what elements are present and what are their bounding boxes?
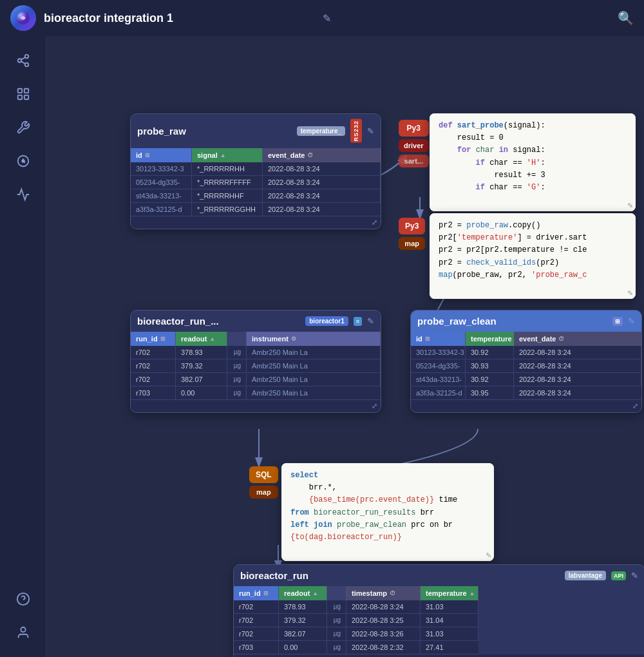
sidebar-item-share[interactable] <box>9 46 37 75</box>
bioreactor-run-table: bioreactor_run labvantage API ✎ run_id ⊞… <box>233 564 644 657</box>
table-cell: 30.93 <box>466 359 514 373</box>
table-cell: 379.32 <box>279 614 327 627</box>
table-cell: 30123-33342-3 <box>411 346 466 359</box>
brr-col-unit <box>227 332 247 346</box>
table-cell: 378.93 <box>279 600 327 614</box>
table-cell: Ambr250 Main La <box>247 346 381 359</box>
prc-expand-icon[interactable]: ⤢ <box>411 400 641 412</box>
table-cell: 30123-33342-3 <box>131 162 192 176</box>
table-cell: µg <box>227 386 247 400</box>
py3-map-code-content: pr2 = probe_raw.copy() pr2['temperature'… <box>430 213 636 288</box>
driver-label-badge: driver <box>399 139 429 152</box>
bioreactor-run-header: bioreactor_run labvantage API ✎ <box>234 565 644 586</box>
table-cell: r702 <box>131 346 176 359</box>
probe-raw-header: probe_raw temperature_ RS232 ✎ <box>131 114 381 148</box>
brr-col-readout: readout ▲ <box>176 332 227 346</box>
svg-point-11 <box>22 160 24 162</box>
table-cell: 379.32 <box>176 359 227 373</box>
sidebar-item-tools[interactable] <box>9 113 37 142</box>
page-title: bioreactor integration 1 <box>44 12 315 25</box>
labvantage-badge: labvantage <box>565 571 606 580</box>
py3-driver-code: def sart_probe(signal): result = 0 for c… <box>430 113 636 211</box>
bioreactor-run-results-edit-icon[interactable]: ✎ <box>367 316 374 326</box>
table-cell: a3f3a-32125-d <box>131 203 192 216</box>
sql-map-expand-icon[interactable]: ✎ <box>281 550 494 561</box>
topbar: bioreactor integration 1 ✎ 🔍 <box>0 0 644 36</box>
svg-rect-6 <box>17 89 21 93</box>
file-badge: ≡ <box>354 317 362 326</box>
br-col-runid: run_id ⊞ <box>234 586 279 600</box>
svg-line-4 <box>21 61 24 64</box>
table-cell: 2022-08-28 3:24 <box>346 600 421 614</box>
table-cell: Ambr250 Main La <box>247 373 381 386</box>
sql-map-node: SQL map <box>249 466 278 499</box>
py3-map-expand-icon[interactable]: ✎ <box>430 288 636 299</box>
table-cell: 0.00 <box>176 386 227 400</box>
table-cell: 2022-08-28 3:24 <box>263 189 381 203</box>
table-cell: 30.95 <box>466 386 514 400</box>
table-cell: 31.03 <box>421 600 478 614</box>
table-cell: r702 <box>234 627 279 641</box>
probe-raw-edit-icon[interactable]: ✎ <box>367 126 374 136</box>
table-cell: 31.04 <box>421 614 478 627</box>
svg-rect-9 <box>24 95 28 99</box>
table-cell: 382.07 <box>279 627 327 641</box>
table-cell: µg <box>327 600 346 614</box>
probe-raw-expand-icon[interactable]: ⤢ <box>131 216 381 229</box>
table-cell: 2022-08-28 3:24 <box>263 176 381 189</box>
table-cell: 2022-08-28 3:24 <box>514 386 641 400</box>
py3-map-badge: Py3 <box>399 218 425 234</box>
table-cell: µg <box>327 627 346 641</box>
bioreactor-run-title: bioreactor_run <box>240 570 560 581</box>
bioreactor-run-edit-icon[interactable]: ✎ <box>631 571 638 580</box>
sql-map-code: select brr.*, {base_time(prc.event_date)… <box>281 463 494 561</box>
table-cell: 2022-08-28 3:24 <box>514 359 641 373</box>
prc-col-id: id ⊞ <box>411 332 466 346</box>
br-expand-icon[interactable]: ⤢ <box>234 654 644 657</box>
py3-driver-expand-icon[interactable]: ✎ <box>430 200 636 211</box>
table-cell: µg <box>227 359 247 373</box>
search-icon[interactable]: 🔍 <box>618 10 634 26</box>
sidebar-item-chart[interactable] <box>9 180 37 209</box>
probe-raw-table: probe_raw temperature_ RS232 ✎ id ⊞ sign… <box>130 113 381 229</box>
brr-col-runid: run_id ⊞ <box>131 332 176 346</box>
br-col-readout: readout ▲ <box>279 586 327 600</box>
table-cell: r702 <box>234 614 279 627</box>
br-col-temperature: temperature ▲ <box>421 586 478 600</box>
table-cell: a3f3a-32125-d <box>411 386 466 400</box>
probe-raw-col-signal: signal ▲ <box>192 148 263 162</box>
sidebar-item-user[interactable] <box>9 618 37 647</box>
table-cell: *_RRRRRRHH <box>192 162 263 176</box>
table-cell: r702 <box>131 359 176 373</box>
svg-rect-7 <box>24 89 28 93</box>
sidebar-item-help[interactable] <box>9 585 37 613</box>
table-cell: µg <box>327 614 346 627</box>
table-cell: 30.92 <box>466 346 514 359</box>
table-cell: 2022-08-28 2:32 <box>346 641 421 654</box>
table-cell: 05234-dg335- <box>131 176 192 189</box>
table-cell: 05234-dg335- <box>411 359 466 373</box>
brr-expand-icon[interactable]: ⤢ <box>131 400 381 412</box>
sidebar-item-check[interactable] <box>9 147 37 175</box>
table-cell: 2022-08-28 3:24 <box>263 203 381 216</box>
probe-raw-badge: temperature_ <box>297 126 345 136</box>
table-icon-badge: ⊞ <box>612 317 623 326</box>
edit-title-icon[interactable]: ✎ <box>323 12 331 24</box>
prc-col-temp: temperature ▲ <box>466 332 520 346</box>
probe-raw-clean-table: probe_raw_clean ⊞ ✎ id ⊞ temperature ▲ e… <box>410 310 642 413</box>
table-cell: r703 <box>131 386 176 400</box>
table-cell: 2022-08-28 3:26 <box>346 627 421 641</box>
table-cell: 30.92 <box>466 373 514 386</box>
table-cell: Ambr250 Main La <box>247 386 381 400</box>
sql-map-code-content: select brr.*, {base_time(prc.event_date)… <box>281 463 494 550</box>
table-cell: r702 <box>131 373 176 386</box>
table-cell: 2022-08-28 3:24 <box>514 346 641 359</box>
pipeline-canvas[interactable]: probe_raw temperature_ RS232 ✎ id ⊞ sign… <box>46 36 644 657</box>
main-layout: probe_raw temperature_ RS232 ✎ id ⊞ sign… <box>0 36 644 657</box>
probe-raw-col-id: id ⊞ <box>131 148 192 162</box>
sidebar-item-layers[interactable] <box>9 80 37 108</box>
brr-col-instrument: instrument ⚙ <box>247 332 381 346</box>
py3-driver-badge: Py3 <box>399 120 429 137</box>
probe-raw-clean-edit-icon[interactable]: ✎ <box>628 316 635 326</box>
app-logo[interactable] <box>10 5 36 31</box>
